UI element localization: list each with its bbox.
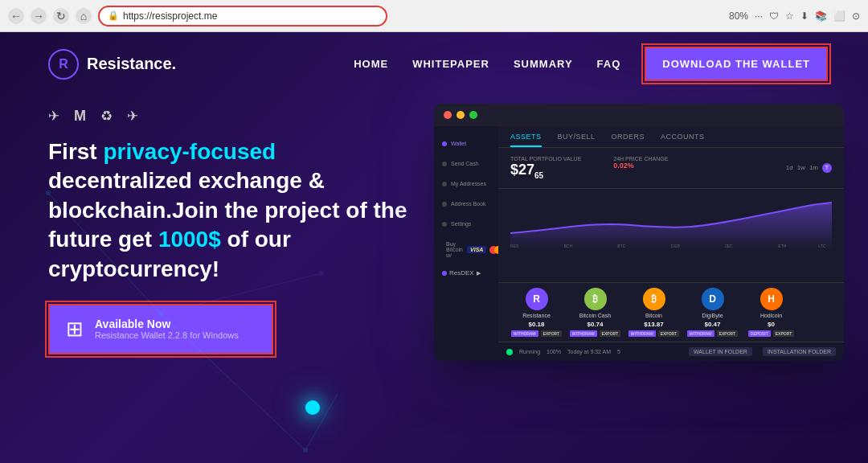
wallet-download-badge[interactable]: ⊞ Available Now Resistance Wallet 2.2.8 … bbox=[48, 304, 273, 354]
svg-text:ZEC: ZEC bbox=[725, 243, 733, 248]
sidebar-wallet[interactable]: Wallet bbox=[434, 134, 498, 153]
shield-icon: 🛡 bbox=[769, 10, 779, 22]
zoom-label: 80% bbox=[729, 10, 748, 22]
sidebar-addressbook[interactable]: Address Book bbox=[434, 195, 498, 213]
tab-buysell[interactable]: BUY/SELL bbox=[558, 133, 596, 147]
status-date: Today at 9:32 AM bbox=[567, 349, 611, 354]
hodlcoin-actions: DEPOSIT EXPORT bbox=[748, 330, 794, 337]
svg-text:RES: RES bbox=[510, 243, 519, 248]
hodlcoin-deposit[interactable]: DEPOSIT bbox=[748, 330, 771, 337]
telegram2-icon[interactable]: ✈ bbox=[127, 108, 138, 125]
visa-badge: VISA bbox=[467, 246, 486, 253]
status-count: 5 bbox=[617, 349, 620, 354]
bch-price: $0.74 bbox=[587, 321, 603, 328]
sidebar-buy[interactable]: Buy Bitcoin w/ VISA bbox=[434, 235, 498, 264]
crypto-btc: ₿ Bitcoin $13.87 WITHDRAW EXPORT bbox=[628, 288, 680, 337]
resistance-export[interactable]: EXPORT bbox=[541, 330, 562, 337]
wallet-chart: RES BCH BTC DGB ZEC ETH LTC bbox=[498, 189, 844, 282]
fullscreen-icon[interactable]: ⬜ bbox=[833, 10, 845, 22]
browser-right-icons: 80% ··· 🛡 ☆ ⬇ 📚 ⬜ ⊙ bbox=[729, 10, 860, 22]
wallet-badge-text: Available Now Resistance Wallet 2.2.8 fo… bbox=[95, 318, 239, 340]
wallet-name-label: Resistance Wallet 2.2.8 for Windows bbox=[95, 330, 239, 340]
left-column: ✈ M ♻ ✈ First privacy-focused decentrali… bbox=[48, 104, 418, 354]
bch-export[interactable]: EXPORT bbox=[600, 330, 620, 337]
available-label: Available Now bbox=[95, 318, 239, 330]
reddit-icon[interactable]: ♻ bbox=[100, 108, 113, 125]
profile-icon[interactable]: ⊙ bbox=[852, 10, 860, 22]
crypto-list: R Resistance $0.18 WITHDRAW EXPORT ₿ bbox=[498, 282, 844, 342]
nav-faq[interactable]: FAQ bbox=[597, 58, 621, 70]
nav-summary[interactable]: SUMMARY bbox=[514, 58, 573, 70]
home-button[interactable]: ⌂ bbox=[76, 8, 92, 24]
social-icons: ✈ M ♻ ✈ bbox=[48, 108, 418, 125]
site-container: R Resistance. HOME WHITEPAPER SUMMARY FA… bbox=[0, 32, 868, 463]
sidebar-settings-dot bbox=[442, 222, 447, 227]
resistance-icon: R bbox=[526, 288, 548, 310]
sidebar-addressbook-dot bbox=[442, 202, 447, 207]
crypto-resistance: R Resistance $0.18 WITHDRAW EXPORT bbox=[510, 288, 563, 337]
svg-text:LTC: LTC bbox=[818, 243, 825, 248]
tab-orders[interactable]: ORDERS bbox=[612, 133, 645, 147]
sidebar-addresses[interactable]: My Addresses bbox=[434, 174, 498, 193]
more-options-icon[interactable]: ··· bbox=[755, 10, 763, 22]
sidebar-send-label: Send Cash bbox=[451, 161, 479, 166]
forward-button[interactable]: → bbox=[31, 8, 47, 24]
wallet-titlebar bbox=[434, 104, 844, 126]
bookmark-icon[interactable]: ☆ bbox=[785, 10, 794, 22]
change-stat: 24h Price Change 0.02% bbox=[613, 156, 668, 180]
nav-whitepaper[interactable]: WHITEPAPER bbox=[412, 58, 489, 70]
hodlcoin-name: Hodlcoin bbox=[760, 313, 782, 318]
digibyte-withdraw[interactable]: WITHDRAW bbox=[687, 330, 714, 337]
digibyte-export[interactable]: EXPORT bbox=[717, 330, 738, 337]
status-running-dot bbox=[506, 349, 513, 355]
download-wallet-button[interactable]: DOWNLOAD THE WALLET bbox=[645, 47, 828, 81]
telegram-icon[interactable]: ✈ bbox=[48, 108, 59, 125]
address-bar[interactable]: 🔒 https://resisproject.me bbox=[98, 6, 387, 27]
hodlcoin-export[interactable]: EXPORT bbox=[773, 330, 794, 337]
sidebar-settings[interactable]: Settings bbox=[434, 215, 498, 233]
maximize-dot bbox=[469, 111, 477, 119]
tab-assets[interactable]: ASSETS bbox=[510, 133, 542, 147]
sidebar-settings-label: Settings bbox=[451, 221, 471, 227]
nav-home[interactable]: HOME bbox=[354, 58, 388, 70]
sidebar-send[interactable]: Send Cash bbox=[434, 154, 498, 173]
resistance-withdraw[interactable]: WITHDRAW bbox=[511, 330, 538, 337]
sidebar-send-dot bbox=[442, 162, 447, 166]
installation-folder-button[interactable]: INSTALLATION FOLDER bbox=[763, 347, 836, 356]
resdex-arrow: ▶ bbox=[477, 270, 481, 277]
digibyte-name: DigiByte bbox=[702, 313, 723, 318]
resdex-dot bbox=[442, 271, 447, 276]
status-percent: 100% bbox=[547, 349, 561, 354]
page-content: ✈ M ♻ ✈ First privacy-focused decentrali… bbox=[0, 96, 868, 462]
svg-text:DGB: DGB bbox=[671, 243, 680, 248]
lock-icon: 🔒 bbox=[108, 10, 119, 21]
sidebar-addresses-label: My Addresses bbox=[451, 181, 486, 186]
sidebar-resdex[interactable]: ResDEX ▶ bbox=[434, 266, 498, 280]
bch-withdraw[interactable]: WITHDRAW bbox=[570, 330, 597, 337]
reload-button[interactable]: ↻ bbox=[53, 8, 69, 24]
hero-highlight-amount: 1000$ bbox=[158, 227, 221, 252]
tab-accounts[interactable]: ACCOUNTS bbox=[661, 133, 705, 147]
medium-icon[interactable]: M bbox=[74, 108, 86, 125]
wallet-sidebar: Wallet Send Cash My Addresses Addre bbox=[434, 126, 498, 361]
digibyte-price: $0.47 bbox=[704, 321, 720, 328]
logo[interactable]: R Resistance. bbox=[48, 49, 176, 80]
wallet-folder-button[interactable]: WALLET IN FOLDER bbox=[689, 347, 752, 356]
sidebar-addressbook-label: Address Book bbox=[451, 201, 486, 207]
library-icon[interactable]: 📚 bbox=[815, 10, 827, 22]
wallet-screenshot: Wallet Send Cash My Addresses Addre bbox=[434, 104, 844, 361]
crypto-digibyte: D DigiByte $0.47 WITHDRAW EXPORT bbox=[686, 288, 739, 337]
wallet-tabs: ASSETS BUY/SELL ORDERS ACCOUNTS bbox=[498, 126, 844, 148]
digibyte-actions: WITHDRAW EXPORT bbox=[687, 330, 738, 337]
btc-export[interactable]: EXPORT bbox=[658, 330, 679, 337]
back-button[interactable]: ← bbox=[8, 8, 24, 24]
download-icon[interactable]: ⬇ bbox=[800, 10, 809, 22]
svg-text:BTC: BTC bbox=[617, 243, 625, 248]
bch-name: Bitcoin Cash bbox=[579, 313, 611, 318]
btc-withdraw[interactable]: WITHDRAW bbox=[628, 330, 656, 337]
btc-icon: ₿ bbox=[643, 288, 665, 310]
resdex-label-text: ResDEX bbox=[449, 269, 474, 277]
total-portfolio-stat: Total Portfolio Value $2765 bbox=[510, 156, 581, 180]
total-label: Total Portfolio Value bbox=[510, 156, 581, 162]
main-nav: HOME WHITEPAPER SUMMARY FAQ DOWNLOAD THE… bbox=[354, 47, 828, 81]
